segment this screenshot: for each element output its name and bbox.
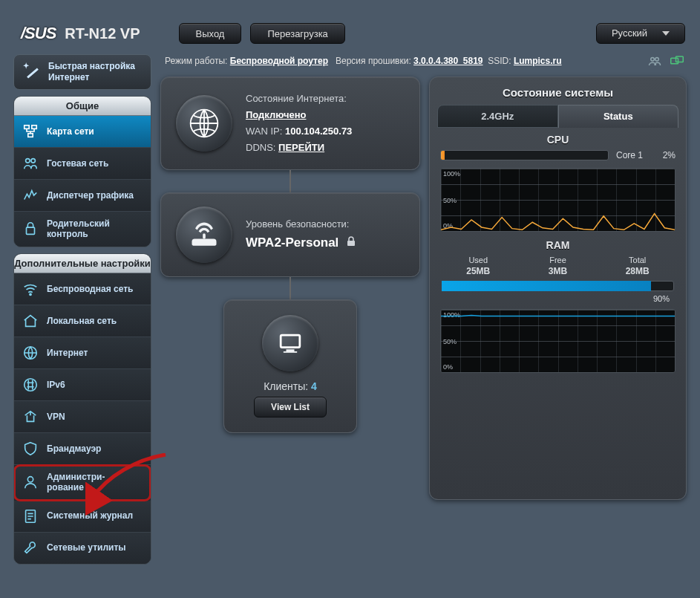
- ssid-link[interactable]: Lumpics.ru: [514, 56, 562, 66]
- svg-rect-20: [284, 351, 297, 353]
- menu-general: Общие Карта сетиГостевая сетьДиспетчер т…: [13, 96, 151, 247]
- svg-rect-2: [28, 134, 33, 137]
- svg-rect-1: [32, 126, 36, 129]
- connector-line: [290, 170, 291, 192]
- tab-24ghz[interactable]: 2.4GHz: [437, 105, 558, 128]
- ram-free-value: 3MB: [549, 266, 567, 276]
- menu-advanced-title: Дополнительные настройки: [14, 254, 151, 273]
- router-icon: [176, 207, 232, 263]
- connector-line: [290, 277, 291, 299]
- sidebar-item-label: Беспроводная сеть: [47, 284, 133, 294]
- sidebar-item-label: Карта сети: [47, 126, 94, 137]
- ram-percent: 90%: [653, 294, 670, 303]
- parental-control-icon: [22, 220, 39, 238]
- svg-point-8: [24, 379, 37, 391]
- svg-rect-13: [671, 58, 678, 64]
- network-tools-icon: [22, 539, 39, 557]
- sidebar-item-label: Брандмауэр: [47, 443, 101, 454]
- sidebar-item-label: Гостевая сеть: [47, 158, 108, 169]
- sidebar-item-label: Диспетчер трафика: [47, 190, 134, 201]
- sidebar-item-label: VPN: [47, 412, 65, 422]
- ram-graph: 100% 50% 0%: [440, 309, 676, 373]
- svg-point-4: [31, 159, 35, 163]
- svg-point-6: [30, 293, 31, 295]
- sidebar-item-firewall[interactable]: Брандмауэр: [14, 433, 151, 465]
- ddns-link[interactable]: ПЕРЕЙТИ: [278, 142, 324, 153]
- ipv6-icon: [22, 376, 39, 394]
- system-log-icon: [22, 507, 39, 525]
- logout-button[interactable]: Выход: [179, 23, 242, 44]
- lock-icon: [347, 233, 356, 254]
- administration-icon: [22, 473, 39, 491]
- ram-total-value: 28MB: [626, 266, 650, 276]
- ram-stats: Used25MB Free3MB Total28MB: [437, 256, 678, 276]
- sidebar-item-label: Родительский контроль: [47, 218, 143, 240]
- security-level-value: WPA2-Personal: [246, 235, 338, 250]
- svg-point-11: [651, 58, 655, 62]
- sidebar-item-wan[interactable]: Интернет: [14, 337, 151, 369]
- clients-count: 4: [311, 380, 317, 392]
- clients-card[interactable]: Клиенты: 4 View List: [223, 299, 357, 433]
- sidebar-item-vpn[interactable]: VPN: [14, 401, 151, 433]
- language-selector[interactable]: Русский: [596, 23, 685, 44]
- sidebar-item-wireless[interactable]: Беспроводная сеть: [14, 273, 151, 305]
- internet-status-value[interactable]: Подключено: [246, 109, 306, 120]
- quick-setup-label: Быстрая настройка Интернет: [48, 61, 143, 83]
- menu-advanced: Дополнительные настройки Беспроводная се…: [13, 253, 151, 565]
- sidebar-item-system-log[interactable]: Системный журнал: [14, 501, 151, 533]
- sidebar-item-label: Системный журнал: [47, 510, 133, 521]
- svg-rect-0: [24, 126, 29, 129]
- internet-status-card[interactable]: Состояние Интернета: Подключено WAN IP: …: [160, 77, 420, 170]
- reboot-button[interactable]: Перезагрузка: [250, 23, 344, 44]
- svg-rect-14: [676, 56, 684, 62]
- brand-logo: /SUS: [21, 24, 56, 43]
- sidebar-item-network-tools[interactable]: Сетевые утилиты: [14, 533, 151, 564]
- internet-status-label: Состояние Интернета:: [246, 91, 352, 107]
- sidebar-item-label: Интернет: [47, 348, 88, 358]
- vpn-icon: [22, 408, 39, 426]
- firmware-link[interactable]: 3.0.0.4.380_5819: [413, 56, 483, 66]
- sidebar-item-lan[interactable]: Локальная сеть: [14, 305, 151, 337]
- svg-rect-18: [281, 335, 300, 348]
- sidebar-item-administration[interactable]: Администри-рование: [14, 465, 151, 501]
- cpu-title: CPU: [437, 134, 678, 146]
- cpu-core1-bar: [440, 150, 609, 160]
- status-bar: Режим работы: Беспроводной роутер Версия…: [160, 54, 687, 71]
- cpu-core1-value: 2%: [655, 150, 676, 160]
- traffic-manager-icon: [22, 186, 39, 204]
- firewall-icon: [22, 440, 39, 458]
- security-card[interactable]: Уровень безопасности: WPA2-Personal: [160, 192, 420, 277]
- tab-status[interactable]: Status: [558, 105, 679, 128]
- users-icon[interactable]: [648, 56, 661, 66]
- ram-title: RAM: [437, 239, 678, 251]
- svg-rect-16: [203, 234, 206, 239]
- cpu-core1-label: Core 1: [616, 150, 647, 160]
- network-map-icon: [22, 123, 39, 140]
- sidebar-item-guest-network[interactable]: Гостевая сеть: [14, 148, 151, 180]
- svg-rect-5: [27, 228, 35, 235]
- sidebar-item-traffic-manager[interactable]: Диспетчер трафика: [14, 180, 151, 212]
- svg-rect-17: [347, 241, 355, 246]
- operation-mode-link[interactable]: Беспроводной роутер: [230, 56, 328, 66]
- language-label: Русский: [612, 23, 647, 44]
- sidebar-item-ipv6[interactable]: IPv6: [14, 369, 151, 401]
- wan-icon: [22, 344, 39, 362]
- screens-icon[interactable]: [670, 56, 684, 66]
- svg-point-12: [655, 58, 659, 62]
- system-status-title: Состояние системы: [437, 86, 678, 99]
- menu-general-title: Общие: [14, 97, 151, 116]
- quick-setup-button[interactable]: Быстрая настройка Интернет: [13, 54, 151, 90]
- monitor-icon: [262, 315, 318, 371]
- chevron-down-icon: [662, 31, 670, 36]
- model-name: RT-N12 VP: [65, 25, 140, 42]
- sidebar-item-label: Сетевые утилиты: [47, 542, 126, 553]
- sidebar-item-network-map[interactable]: Карта сети: [14, 116, 151, 148]
- svg-rect-19: [287, 350, 295, 352]
- lan-icon: [22, 312, 39, 330]
- sidebar-item-parental-control[interactable]: Родительский контроль: [14, 212, 151, 247]
- wan-ip-value: 100.104.250.73: [285, 126, 352, 137]
- sidebar-item-label: IPv6: [47, 380, 65, 390]
- globe-icon: [176, 95, 232, 152]
- svg-point-9: [27, 477, 33, 482]
- view-list-button[interactable]: View List: [254, 397, 327, 417]
